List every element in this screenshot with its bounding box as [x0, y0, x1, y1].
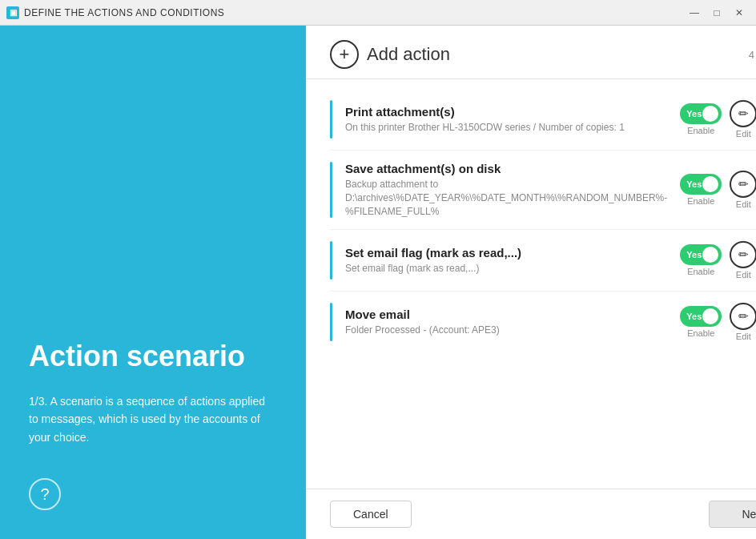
toggle-knob — [702, 176, 718, 192]
edit-button[interactable]: ✏ Edit — [730, 100, 756, 139]
action-info: Print attachment(s) On this printer Brot… — [345, 105, 667, 135]
enable-toggle-group: Yes Enable — [680, 174, 722, 206]
action-bar — [330, 100, 332, 139]
action-title: Move email — [345, 308, 667, 321]
enable-toggle[interactable]: Yes — [680, 306, 722, 327]
action-item: Move email Folder Processed - (Account: … — [330, 292, 756, 352]
toggle-knob — [702, 106, 718, 122]
edit-icon: ✏ — [730, 100, 756, 127]
next-button[interactable]: Next — [709, 501, 756, 528]
action-controls: Yes Enable ✏ Edit 🗑 Remove — [680, 100, 756, 139]
action-title: Print attachment(s) — [345, 105, 667, 119]
action-title: Set email flag (mark as read,...) — [345, 246, 667, 259]
actions-count: 4 Action(s) — [749, 49, 756, 61]
toggle-yes-label: Yes — [686, 250, 702, 259]
main-content: Action scenario 1/3. A scenario is a seq… — [0, 26, 756, 539]
enable-toggle[interactable]: Yes — [680, 244, 722, 265]
toggle-knob — [702, 247, 718, 263]
edit-button[interactable]: ✏ Edit — [730, 241, 756, 280]
edit-button[interactable]: ✏ Edit — [730, 303, 756, 341]
action-info: Set email flag (mark as read,...) Set em… — [345, 246, 667, 276]
right-panel-header: + Add action 4 Action(s) — [306, 26, 756, 79]
action-item: Save attachment(s) on disk Backup attach… — [330, 151, 756, 230]
action-info: Save attachment(s) on disk Backup attach… — [345, 162, 667, 218]
right-panel: + Add action 4 Action(s) Print attachmen… — [306, 26, 756, 539]
add-icon: + — [330, 40, 359, 69]
close-button[interactable]: ✕ — [729, 5, 750, 21]
action-title: Save attachment(s) on disk — [345, 162, 667, 175]
scenario-description: 1/3. A scenario is a sequence of actions… — [29, 392, 277, 446]
title-bar-controls: — □ ✕ — [684, 5, 750, 21]
title-bar-text: DEFINE THE ACTIONS AND CONDITIONS — [24, 7, 684, 18]
toggle-yes-label: Yes — [686, 179, 702, 189]
help-icon[interactable]: ? — [29, 478, 61, 510]
app-icon: ▣ — [6, 6, 19, 19]
scenario-title: Action scenario — [29, 339, 277, 373]
edit-icon: ✏ — [730, 303, 756, 330]
action-bar — [330, 241, 332, 280]
action-desc: Folder Processed - (Account: APE3) — [345, 324, 667, 337]
edit-icon: ✏ — [730, 241, 756, 268]
action-item: Set email flag (mark as read,...) Set em… — [330, 230, 756, 292]
cancel-button[interactable]: Cancel — [330, 501, 412, 528]
enable-label: Enable — [687, 126, 714, 135]
action-item: Print attachment(s) On this printer Brot… — [330, 89, 756, 151]
enable-label: Enable — [687, 328, 714, 338]
action-desc: Set email flag (mark as read,...) — [345, 262, 667, 276]
left-panel: Action scenario 1/3. A scenario is a seq… — [0, 26, 306, 539]
toggle-yes-label: Yes — [686, 109, 702, 119]
edit-button[interactable]: ✏ Edit — [730, 171, 756, 209]
enable-toggle-group: Yes Enable — [680, 103, 722, 135]
action-desc: Backup attachment to D:\archives\%DATE_Y… — [345, 178, 667, 218]
enable-label: Enable — [687, 267, 714, 276]
toggle-yes-label: Yes — [686, 312, 702, 321]
action-controls: Yes Enable ✏ Edit 🗑 Remove — [680, 303, 756, 341]
enable-label: Enable — [687, 196, 714, 206]
actions-list: Print attachment(s) On this printer Brot… — [306, 79, 756, 489]
edit-label: Edit — [736, 129, 751, 139]
edit-icon: ✏ — [730, 171, 756, 198]
action-bar — [330, 303, 332, 341]
action-bar — [330, 162, 332, 218]
edit-label: Edit — [736, 199, 751, 209]
action-controls: Yes Enable ✏ Edit 🗑 Remove — [680, 241, 756, 280]
add-action-label: Add action — [367, 44, 450, 65]
add-action-button[interactable]: + Add action — [330, 40, 450, 69]
action-info: Move email Folder Processed - (Account: … — [345, 308, 667, 337]
enable-toggle[interactable]: Yes — [680, 103, 722, 124]
title-bar: ▣ DEFINE THE ACTIONS AND CONDITIONS — □ … — [0, 0, 756, 26]
action-desc: On this printer Brother HL-3150CDW serie… — [345, 121, 667, 135]
bottom-bar: Cancel Next — [306, 489, 756, 539]
enable-toggle-group: Yes Enable — [680, 244, 722, 276]
minimize-button[interactable]: — — [684, 5, 705, 21]
action-controls: Yes Enable ✏ Edit 🗑 Remove — [680, 171, 756, 209]
maximize-button[interactable]: □ — [706, 5, 727, 21]
enable-toggle-group: Yes Enable — [680, 306, 722, 338]
toggle-knob — [702, 308, 718, 324]
edit-label: Edit — [736, 270, 751, 280]
edit-label: Edit — [736, 332, 751, 341]
enable-toggle[interactable]: Yes — [680, 174, 722, 195]
